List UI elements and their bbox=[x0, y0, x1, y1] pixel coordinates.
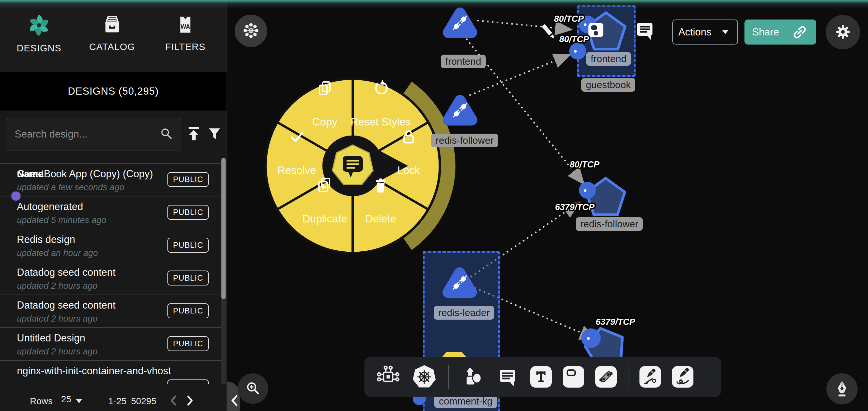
node-label[interactable]: redis-follower bbox=[576, 217, 643, 231]
edge-label: 6379/TCP bbox=[555, 202, 595, 212]
freehand-pen-icon[interactable] bbox=[672, 366, 693, 388]
frontend-service-node[interactable] bbox=[437, 3, 483, 45]
text-tool-icon[interactable] bbox=[530, 366, 552, 388]
radial-label-reset-styles[interactable]: Reset Styles bbox=[345, 116, 416, 128]
pen-nib-icon bbox=[833, 379, 851, 399]
edge-label: 80/TCP bbox=[559, 34, 589, 45]
copy-link-icon[interactable] bbox=[785, 25, 814, 40]
ink-pen-button[interactable] bbox=[827, 373, 858, 405]
share-button-label: Share bbox=[746, 26, 785, 38]
reset-styles-icon bbox=[372, 79, 390, 98]
radial-label-resolve[interactable]: Resolve bbox=[261, 164, 333, 177]
edge-label: 80/TCP bbox=[554, 14, 584, 24]
copy-icon bbox=[316, 79, 334, 98]
port-handle[interactable] bbox=[579, 182, 596, 199]
port-handle[interactable] bbox=[569, 42, 586, 59]
canvas-toolbar bbox=[365, 357, 721, 397]
chevron-down-icon[interactable] bbox=[715, 30, 735, 34]
comment-tool-icon[interactable] bbox=[496, 365, 519, 388]
node-label[interactable]: redis-follower bbox=[431, 134, 498, 147]
edge-label: 80/TCP bbox=[569, 160, 599, 170]
kubernetes-icon[interactable] bbox=[411, 364, 437, 390]
comment-kg-node[interactable] bbox=[439, 351, 469, 358]
save-floppy-icon bbox=[588, 23, 604, 39]
redis-follower-service-node[interactable] bbox=[437, 90, 483, 133]
radial-label-duplicate[interactable]: Duplicate bbox=[289, 213, 361, 225]
shapes-icon[interactable] bbox=[460, 364, 485, 389]
redis-leader-service-node[interactable] bbox=[437, 262, 483, 305]
duplicate-icon bbox=[316, 176, 334, 196]
radial-label-lock[interactable]: Lock bbox=[373, 164, 444, 177]
edge-pen-icon[interactable] bbox=[640, 366, 661, 388]
node-label[interactable]: guestbook bbox=[581, 78, 635, 92]
port-handle[interactable] bbox=[581, 328, 601, 348]
lock-icon bbox=[400, 127, 418, 147]
note-tool-icon[interactable] bbox=[563, 366, 584, 388]
edit-pencil-icon[interactable] bbox=[538, 22, 559, 44]
actions-button[interactable]: Actions bbox=[672, 20, 738, 45]
component-graph-icon[interactable] bbox=[376, 365, 400, 389]
zoom-in-icon bbox=[245, 380, 261, 398]
chevron-left-icon bbox=[229, 393, 240, 409]
gear-icon bbox=[834, 23, 852, 42]
radial-context-menu: Copy Reset Styles Lock Delete Duplicate … bbox=[239, 52, 466, 280]
cluster-visibility-button[interactable] bbox=[235, 14, 267, 47]
delete-icon bbox=[372, 176, 390, 196]
toolbar-divider bbox=[628, 365, 628, 389]
node-label[interactable]: redis-leader bbox=[434, 306, 494, 320]
toolbar-divider bbox=[448, 365, 449, 389]
resolve-icon bbox=[288, 127, 306, 147]
zoom-in-button[interactable] bbox=[238, 373, 268, 404]
node-label[interactable]: frontend bbox=[441, 55, 486, 68]
edge-label: 6379/TCP bbox=[596, 317, 635, 327]
comment-annotation-icon[interactable] bbox=[636, 21, 654, 41]
node-label[interactable]: frontend bbox=[586, 52, 631, 66]
settings-button[interactable] bbox=[826, 15, 860, 50]
actions-button-label: Actions bbox=[675, 26, 715, 38]
share-button[interactable]: Share bbox=[744, 20, 816, 45]
link-tool-icon[interactable] bbox=[595, 366, 617, 388]
mesh-cluster-icon bbox=[242, 21, 260, 41]
